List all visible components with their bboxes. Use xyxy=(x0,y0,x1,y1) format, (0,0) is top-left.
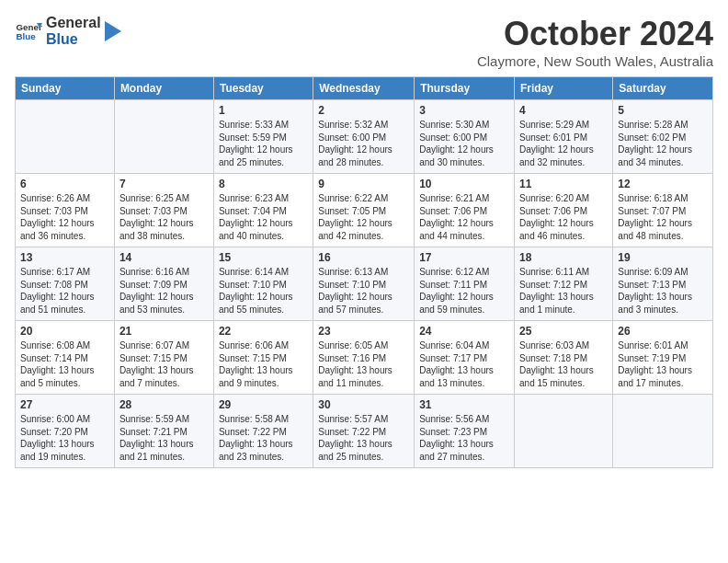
calendar-cell: 23Sunrise: 6:05 AM Sunset: 7:16 PM Dayli… xyxy=(313,321,415,395)
day-number: 20 xyxy=(20,325,109,338)
calendar-cell: 20Sunrise: 6:08 AM Sunset: 7:14 PM Dayli… xyxy=(16,321,115,395)
calendar-cell: 11Sunrise: 6:20 AM Sunset: 7:06 PM Dayli… xyxy=(515,174,613,247)
calendar-cell: 2Sunrise: 5:32 AM Sunset: 6:00 PM Daylig… xyxy=(313,100,415,174)
day-detail: Sunrise: 6:03 AM Sunset: 7:18 PM Dayligh… xyxy=(519,339,608,389)
day-detail: Sunrise: 6:12 AM Sunset: 7:11 PM Dayligh… xyxy=(419,266,509,316)
logo: General Blue General Blue xyxy=(15,15,121,47)
calendar-cell: 24Sunrise: 6:04 AM Sunset: 7:17 PM Dayli… xyxy=(415,321,515,395)
day-detail: Sunrise: 5:30 AM Sunset: 6:00 PM Dayligh… xyxy=(419,119,509,168)
calendar-cell: 12Sunrise: 6:18 AM Sunset: 7:07 PM Dayli… xyxy=(613,174,713,247)
day-detail: Sunrise: 6:01 AM Sunset: 7:19 PM Dayligh… xyxy=(618,339,708,389)
calendar-week-row: 13Sunrise: 6:17 AM Sunset: 7:08 PM Dayli… xyxy=(16,247,713,321)
day-detail: Sunrise: 6:07 AM Sunset: 7:15 PM Dayligh… xyxy=(119,339,209,389)
calendar-cell: 13Sunrise: 6:17 AM Sunset: 7:08 PM Dayli… xyxy=(16,247,115,321)
calendar-cell: 16Sunrise: 6:13 AM Sunset: 7:10 PM Dayli… xyxy=(313,247,415,321)
day-header-friday: Friday xyxy=(515,77,613,100)
day-number: 10 xyxy=(419,178,509,190)
day-number: 29 xyxy=(219,398,308,411)
day-detail: Sunrise: 5:58 AM Sunset: 7:22 PM Dayligh… xyxy=(219,413,308,463)
day-number: 11 xyxy=(519,178,608,190)
calendar-cell: 5Sunrise: 5:28 AM Sunset: 6:02 PM Daylig… xyxy=(613,100,713,174)
calendar-week-row: 27Sunrise: 6:00 AM Sunset: 7:20 PM Dayli… xyxy=(16,395,713,468)
calendar-cell: 3Sunrise: 5:30 AM Sunset: 6:00 PM Daylig… xyxy=(415,100,515,174)
day-number: 2 xyxy=(318,104,409,117)
day-header-saturday: Saturday xyxy=(613,77,713,100)
day-detail: Sunrise: 6:06 AM Sunset: 7:15 PM Dayligh… xyxy=(219,339,308,389)
day-detail: Sunrise: 5:59 AM Sunset: 7:21 PM Dayligh… xyxy=(119,413,209,463)
calendar-cell: 18Sunrise: 6:11 AM Sunset: 7:12 PM Dayli… xyxy=(515,247,613,321)
day-detail: Sunrise: 6:17 AM Sunset: 7:08 PM Dayligh… xyxy=(20,266,109,316)
day-detail: Sunrise: 6:22 AM Sunset: 7:05 PM Dayligh… xyxy=(318,192,409,242)
calendar-cell: 8Sunrise: 6:23 AM Sunset: 7:04 PM Daylig… xyxy=(213,174,313,247)
logo-arrow-icon xyxy=(105,21,121,41)
calendar-cell: 15Sunrise: 6:14 AM Sunset: 7:10 PM Dayli… xyxy=(213,247,313,321)
day-detail: Sunrise: 5:28 AM Sunset: 6:02 PM Dayligh… xyxy=(618,119,708,168)
day-number: 6 xyxy=(20,178,109,190)
day-number: 12 xyxy=(618,178,708,190)
calendar-cell: 17Sunrise: 6:12 AM Sunset: 7:11 PM Dayli… xyxy=(415,247,515,321)
calendar-cell: 29Sunrise: 5:58 AM Sunset: 7:22 PM Dayli… xyxy=(213,395,313,468)
calendar-week-row: 20Sunrise: 6:08 AM Sunset: 7:14 PM Dayli… xyxy=(16,321,713,395)
day-number: 22 xyxy=(219,325,308,338)
calendar-cell: 28Sunrise: 5:59 AM Sunset: 7:21 PM Dayli… xyxy=(114,395,213,468)
calendar-cell: 27Sunrise: 6:00 AM Sunset: 7:20 PM Dayli… xyxy=(16,395,115,468)
calendar-body: 1Sunrise: 5:33 AM Sunset: 5:59 PM Daylig… xyxy=(16,100,713,468)
day-detail: Sunrise: 6:16 AM Sunset: 7:09 PM Dayligh… xyxy=(119,266,209,316)
day-number: 24 xyxy=(419,325,509,338)
day-number: 16 xyxy=(318,251,409,264)
calendar-table: SundayMondayTuesdayWednesdayThursdayFrid… xyxy=(15,76,713,468)
svg-text:Blue: Blue xyxy=(17,31,37,41)
day-number: 14 xyxy=(119,251,209,264)
day-number: 31 xyxy=(419,398,509,411)
day-detail: Sunrise: 5:29 AM Sunset: 6:01 PM Dayligh… xyxy=(519,119,608,168)
calendar-cell: 31Sunrise: 5:56 AM Sunset: 7:23 PM Dayli… xyxy=(415,395,515,468)
day-header-thursday: Thursday xyxy=(415,77,515,100)
day-detail: Sunrise: 6:04 AM Sunset: 7:17 PM Dayligh… xyxy=(419,339,509,389)
day-detail: Sunrise: 6:00 AM Sunset: 7:20 PM Dayligh… xyxy=(20,413,109,463)
day-number: 7 xyxy=(119,178,209,190)
day-number: 27 xyxy=(20,398,109,411)
day-detail: Sunrise: 6:09 AM Sunset: 7:13 PM Dayligh… xyxy=(618,266,708,316)
day-detail: Sunrise: 6:14 AM Sunset: 7:10 PM Dayligh… xyxy=(219,266,308,316)
day-detail: Sunrise: 6:25 AM Sunset: 7:03 PM Dayligh… xyxy=(119,192,209,242)
day-detail: Sunrise: 6:23 AM Sunset: 7:04 PM Dayligh… xyxy=(219,192,308,242)
day-header-tuesday: Tuesday xyxy=(213,77,313,100)
calendar-cell: 4Sunrise: 5:29 AM Sunset: 6:01 PM Daylig… xyxy=(515,100,613,174)
svg-marker-3 xyxy=(105,21,121,41)
day-number: 4 xyxy=(519,104,608,117)
calendar-cell: 9Sunrise: 6:22 AM Sunset: 7:05 PM Daylig… xyxy=(313,174,415,247)
day-detail: Sunrise: 6:13 AM Sunset: 7:10 PM Dayligh… xyxy=(318,266,409,316)
calendar-cell xyxy=(515,395,613,468)
day-detail: Sunrise: 5:57 AM Sunset: 7:22 PM Dayligh… xyxy=(318,413,409,463)
day-detail: Sunrise: 6:18 AM Sunset: 7:07 PM Dayligh… xyxy=(618,192,708,242)
day-number: 19 xyxy=(618,251,708,264)
day-number: 21 xyxy=(119,325,209,338)
day-detail: Sunrise: 5:56 AM Sunset: 7:23 PM Dayligh… xyxy=(419,413,509,463)
day-detail: Sunrise: 6:26 AM Sunset: 7:03 PM Dayligh… xyxy=(20,192,109,242)
day-detail: Sunrise: 5:33 AM Sunset: 5:59 PM Dayligh… xyxy=(219,119,308,168)
day-header-monday: Monday xyxy=(114,77,213,100)
calendar-week-row: 1Sunrise: 5:33 AM Sunset: 5:59 PM Daylig… xyxy=(16,100,713,174)
title-block: October 2024 Claymore, New South Wales, … xyxy=(477,15,713,69)
day-number: 30 xyxy=(318,398,409,411)
day-number: 1 xyxy=(219,104,308,117)
day-number: 9 xyxy=(318,178,409,190)
day-detail: Sunrise: 6:08 AM Sunset: 7:14 PM Dayligh… xyxy=(20,339,109,389)
day-number: 17 xyxy=(419,251,509,264)
day-header-sunday: Sunday xyxy=(16,77,115,100)
day-detail: Sunrise: 6:11 AM Sunset: 7:12 PM Dayligh… xyxy=(519,266,608,316)
calendar-cell xyxy=(16,100,115,174)
logo-general: General xyxy=(46,15,101,31)
calendar-header-row: SundayMondayTuesdayWednesdayThursdayFrid… xyxy=(16,77,713,100)
calendar-week-row: 6Sunrise: 6:26 AM Sunset: 7:03 PM Daylig… xyxy=(16,174,713,247)
calendar-cell: 26Sunrise: 6:01 AM Sunset: 7:19 PM Dayli… xyxy=(613,321,713,395)
calendar-cell xyxy=(613,395,713,468)
day-number: 28 xyxy=(119,398,209,411)
calendar-cell: 19Sunrise: 6:09 AM Sunset: 7:13 PM Dayli… xyxy=(613,247,713,321)
month-title: October 2024 xyxy=(477,15,713,53)
day-detail: Sunrise: 6:20 AM Sunset: 7:06 PM Dayligh… xyxy=(519,192,608,242)
day-number: 18 xyxy=(519,251,608,264)
calendar-cell: 10Sunrise: 6:21 AM Sunset: 7:06 PM Dayli… xyxy=(415,174,515,247)
day-number: 13 xyxy=(20,251,109,264)
calendar-cell: 14Sunrise: 6:16 AM Sunset: 7:09 PM Dayli… xyxy=(114,247,213,321)
